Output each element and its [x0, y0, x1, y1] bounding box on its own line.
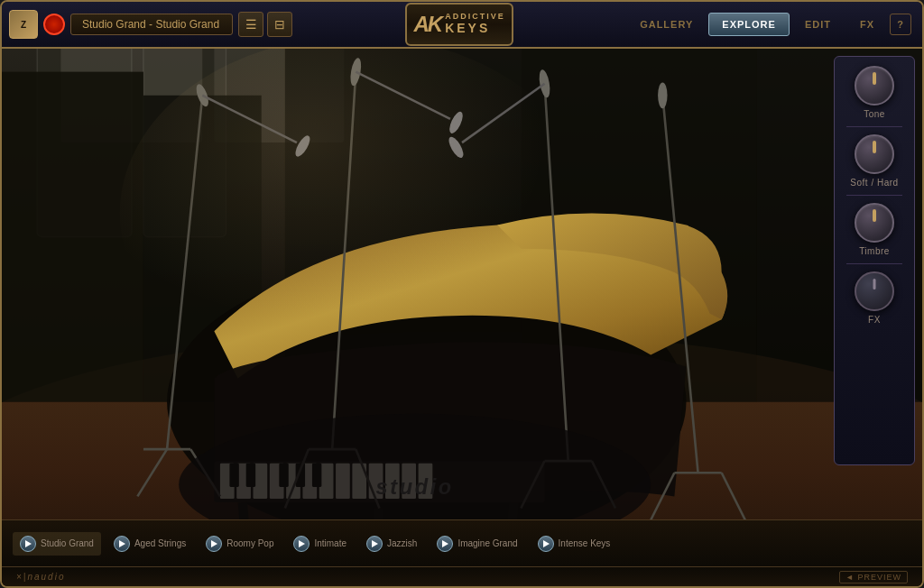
header-left: Z Studio Grand - Studio Grand ☰ ⊟ — [9, 10, 292, 39]
preset-label-jazzish: Jazzish — [387, 538, 417, 548]
play-intense-keys[interactable] — [538, 536, 554, 552]
preset-item-imagine-grand[interactable]: Imagine Grand — [430, 532, 524, 556]
svg-point-68 — [120, 49, 592, 390]
play-aged-strings[interactable] — [114, 536, 130, 552]
preset-label-studio-grand: Studio Grand — [41, 538, 94, 548]
piano-scene-svg: studio — [2, 49, 922, 519]
preset-item-roomy-pop[interactable]: Roomy Pop — [199, 532, 281, 556]
play-triangle-icon — [25, 540, 32, 547]
tone-control[interactable]: Tone — [855, 66, 894, 119]
tab-gallery[interactable]: GALLERY — [626, 13, 707, 36]
preset-item-intimate[interactable]: Intimate — [286, 532, 354, 556]
play-triangle-icon — [119, 540, 125, 547]
ak-letters: AK — [413, 12, 441, 37]
ak-logo-badge: AK ADDICTIVE KEYS — [405, 3, 513, 46]
preset-item-intense-keys[interactable]: Intense Keys — [531, 532, 618, 556]
svg-point-59 — [658, 82, 667, 108]
logo-icon: Z — [9, 10, 38, 39]
divider-2 — [846, 195, 902, 196]
bookmark-icon-button[interactable]: ⊟ — [267, 12, 292, 37]
preset-item-aged-strings[interactable]: Aged Strings — [106, 532, 193, 556]
main-content: studio — [2, 49, 922, 519]
preset-item-jazzish[interactable]: Jazzish — [359, 532, 424, 556]
tab-fx[interactable]: FX — [846, 13, 888, 36]
soft-hard-label: Soft / Hard — [850, 178, 898, 188]
tab-edit[interactable]: EDIT — [791, 13, 845, 36]
timbre-label: Timbre — [859, 246, 890, 256]
nav-tabs: GALLERY EXPLORE EDIT FX ? — [626, 13, 915, 36]
header-icons: ☰ ⊟ — [238, 12, 292, 37]
keys-text: KEYS — [445, 22, 505, 35]
preset-name[interactable]: Studio Grand - Studio Grand — [70, 14, 233, 35]
play-triangle-icon — [299, 540, 305, 547]
divider-3 — [846, 263, 902, 264]
divider-1 — [846, 126, 902, 127]
play-triangle-icon — [543, 540, 550, 547]
svg-text:studio: studio — [376, 475, 454, 499]
preset-item-studio-grand[interactable]: Studio Grand — [13, 532, 101, 556]
preset-label-roomy-pop: Roomy Pop — [226, 538, 273, 548]
app-container: Z Studio Grand - Studio Grand ☰ ⊟ AK ADD… — [0, 0, 924, 588]
preset-label-intimate: Intimate — [314, 538, 346, 548]
tab-explore[interactable]: EXPLORE — [708, 13, 790, 36]
play-triangle-icon — [372, 540, 378, 547]
addictive-keys-text: ADDICTIVE KEYS — [445, 13, 505, 35]
fx-control[interactable]: FX — [855, 271, 894, 325]
preset-label-imagine-grand: Imagine Grand — [457, 538, 517, 548]
fx-label: FX — [868, 315, 881, 325]
preset-label-aged-strings: Aged Strings — [134, 538, 186, 548]
header: Z Studio Grand - Studio Grand ☰ ⊟ AK ADD… — [2, 2, 922, 49]
preset-label-intense-keys: Intense Keys — [559, 538, 611, 548]
fx-knob[interactable] — [855, 271, 894, 311]
right-control-panel: Tone Soft / Hard Timbre FX — [834, 56, 915, 465]
soft-hard-knob[interactable] — [855, 134, 894, 174]
footer-bar: ×|naudio ◄ PREVIEW — [2, 566, 922, 586]
soft-hard-control[interactable]: Soft / Hard — [850, 134, 898, 188]
footer-logo: ×|naudio — [16, 572, 65, 582]
preview-button[interactable]: ◄ PREVIEW — [839, 571, 908, 583]
timbre-knob[interactable] — [855, 203, 894, 243]
play-triangle-icon — [442, 540, 448, 547]
scene-background: studio — [2, 49, 922, 519]
play-studio-grand[interactable] — [20, 536, 36, 552]
play-jazzish[interactable] — [366, 536, 383, 552]
timbre-control[interactable]: Timbre — [855, 203, 894, 256]
play-intimate[interactable] — [293, 536, 310, 552]
play-imagine-grand[interactable] — [437, 536, 453, 552]
tone-label: Tone — [864, 109, 885, 119]
play-roomy-pop[interactable] — [206, 536, 222, 552]
play-triangle-icon — [211, 540, 217, 547]
record-button[interactable] — [43, 14, 65, 35]
ak-logo-center: AK ADDICTIVE KEYS — [300, 3, 619, 46]
tab-help[interactable]: ? — [890, 14, 911, 35]
list-icon-button[interactable]: ☰ — [238, 12, 263, 37]
tone-knob[interactable] — [855, 66, 894, 106]
presets-bar: Studio Grand Aged Strings Roomy Pop Inti… — [2, 519, 922, 566]
